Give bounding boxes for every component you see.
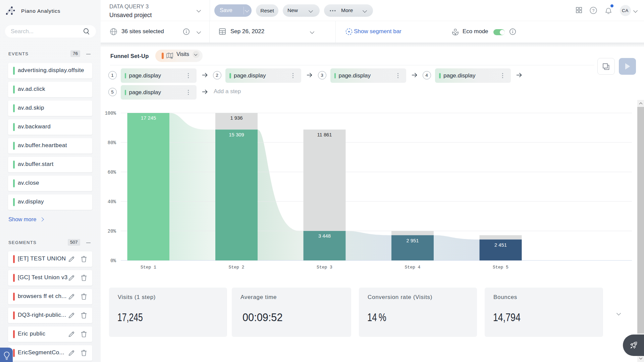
svg-text:Step 5: Step 5 xyxy=(493,265,508,270)
svg-text:Step 3: Step 3 xyxy=(317,265,332,270)
svg-text:3 448: 3 448 xyxy=(318,233,331,239)
svg-text:100%: 100% xyxy=(105,111,116,116)
svg-text:Step 2: Step 2 xyxy=(229,265,245,270)
svg-text:?: ? xyxy=(592,8,595,13)
svg-text:11 861: 11 861 xyxy=(317,132,332,137)
svg-text:2 451: 2 451 xyxy=(494,242,507,248)
svg-text:80%: 80% xyxy=(108,140,116,145)
svg-text:0%: 0% xyxy=(110,258,116,263)
svg-text:15 309: 15 309 xyxy=(229,132,244,137)
svg-text:40%: 40% xyxy=(108,199,116,204)
svg-text:2 951: 2 951 xyxy=(406,238,419,243)
svg-text:1 936: 1 936 xyxy=(230,115,243,121)
svg-text:20%: 20% xyxy=(108,229,116,234)
svg-text:60%: 60% xyxy=(108,170,116,175)
svg-text:17 245: 17 245 xyxy=(141,115,156,121)
svg-text:Step 1: Step 1 xyxy=(141,265,156,270)
svg-text:Step 4: Step 4 xyxy=(405,265,421,270)
